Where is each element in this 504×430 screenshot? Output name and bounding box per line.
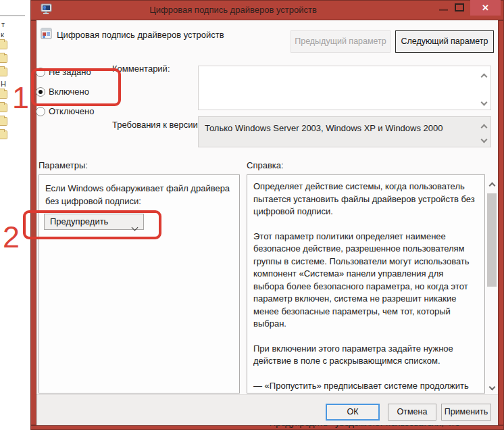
ok-button[interactable]: ОК (326, 404, 380, 421)
scroll-down-icon[interactable] (480, 99, 487, 106)
version-value: Только Windows Server 2003, Windows XP и… (205, 123, 443, 133)
annotation-number-2: 2 (3, 222, 20, 252)
folder-icon[interactable] (0, 54, 7, 63)
help-paragraph: При включении этого параметра задайте ну… (253, 343, 476, 368)
folder-icon[interactable] (0, 68, 7, 76)
window-border (498, 20, 504, 425)
background-text-fragment: т (1, 20, 5, 28)
window-title: Цифровая подпись драйверов устройств (30, 5, 436, 15)
dropdown-prompt: Если Windows обнаруживает файл драйвера … (45, 182, 233, 208)
options-panel: Если Windows обнаруживает файл драйвера … (39, 174, 240, 393)
background-text-fragment: к (1, 30, 4, 39)
annotation-box-dropdown (23, 210, 161, 239)
help-text: Определяет действие системы, когда польз… (253, 181, 476, 430)
scrollbar-thumb[interactable] (487, 193, 497, 287)
setting-name-heading: Цифровая подпись драйверов устройств (57, 30, 224, 40)
scroll-up-icon[interactable] (488, 183, 495, 189)
previous-setting-button[interactable]: Предыдущий параметр (291, 30, 390, 53)
version-label: Требования к версии: (112, 120, 200, 130)
scroll-down-icon[interactable] (480, 137, 487, 143)
annotation-box-enabled (31, 68, 121, 106)
background-text-fragment: Н (1, 80, 6, 88)
folder-icon[interactable] (0, 103, 7, 112)
help-label: Справка: (247, 160, 284, 170)
close-button[interactable]: ✕ (470, 0, 501, 16)
cancel-button[interactable]: Отмена (388, 404, 436, 421)
folder-icon[interactable] (0, 41, 7, 49)
policy-setting-icon (41, 28, 52, 39)
scroll-up-icon[interactable] (480, 124, 487, 131)
apply-button[interactable]: Применить (441, 404, 491, 421)
annotation-number-1: 1 (12, 82, 29, 113)
next-setting-button[interactable]: Следующий параметр (395, 30, 494, 53)
folder-icon[interactable] (0, 130, 7, 139)
minimize-button[interactable] (439, 9, 448, 11)
background-divider (0, 15, 25, 16)
help-paragraph: Определяет действие системы, когда польз… (253, 181, 476, 218)
help-panel: Определяет действие системы, когда польз… (247, 174, 485, 393)
options-label: Параметры: (39, 160, 88, 170)
scroll-down-icon[interactable] (488, 384, 495, 391)
comment-label: Комментарий: (112, 64, 170, 74)
folder-icon[interactable] (0, 90, 7, 99)
radio-disabled[interactable] (36, 107, 45, 116)
help-paragraph: Этот параметр политики определяет наимен… (253, 231, 476, 331)
comment-input[interactable] (198, 66, 491, 110)
folder-icon[interactable] (0, 117, 7, 126)
version-input: Только Windows Server 2003, Windows XP и… (198, 116, 491, 147)
scroll-up-icon[interactable] (480, 74, 487, 80)
radio-label-disabled[interactable]: Отключено (49, 106, 94, 116)
maximize-button[interactable] (455, 3, 464, 11)
